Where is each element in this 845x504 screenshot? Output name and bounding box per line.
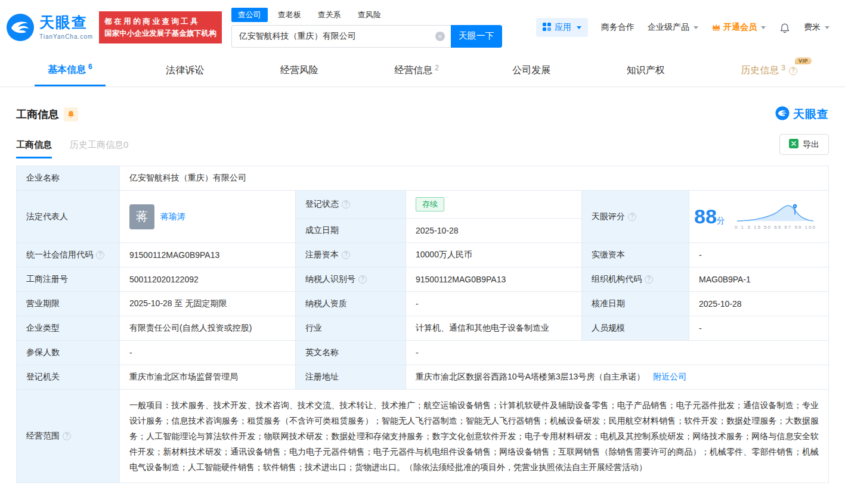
slogan-line-2: 国家中小企业发展子基金旗下机构 [104, 27, 216, 39]
brand-name: 天眼查 [39, 14, 93, 31]
subtab-history-business-info[interactable]: 历史工商信息0 [70, 139, 128, 158]
help-icon[interactable] [342, 251, 350, 259]
subtab-business-info[interactable]: 工商信息 [16, 139, 52, 158]
tab-history-info-label: 历史信息 [741, 64, 779, 77]
reg-capital-value: 10000万人民币 [406, 243, 582, 267]
tab-operation-info-count: 2 [435, 64, 439, 72]
tianyancha-logo[interactable]: 天眼查 TianYanCha.com [6, 13, 93, 42]
chevron-down-icon [825, 26, 829, 29]
site-header: 天眼查 TianYanCha.com 都在用的商业查询工具 国家中小企业发展子基… [0, 0, 845, 55]
search-tab-company[interactable]: 查公司 [231, 8, 268, 22]
search-tab-boss[interactable]: 查老板 [271, 8, 308, 22]
search-button[interactable]: 天眼一下 [451, 25, 502, 48]
reg-status-value: 存续 [406, 191, 582, 219]
export-label: 导出 [803, 139, 819, 150]
org-code-label: 组织机构代码 [582, 267, 689, 292]
registry-value: 重庆市渝北区市场监督管理局 [120, 365, 296, 390]
business-scope-value: 一般项目：技术服务、技术开发、技术咨询、技术交流、技术转让、技术推广；航空运输设… [120, 390, 829, 483]
search-tabs: 查公司 查老板 查关系 查风险 [231, 8, 502, 22]
established-label: 成立日期 [296, 219, 406, 243]
subscribe-bell-icon[interactable] [64, 107, 78, 122]
business-cooperation-label: 商务合作 [601, 22, 634, 33]
reg-status-label: 登记状态 [296, 191, 406, 219]
help-icon[interactable] [628, 213, 636, 221]
help-icon[interactable] [358, 275, 367, 284]
grid-icon [543, 23, 551, 33]
tax-qualification-label: 纳税人资质 [296, 292, 406, 316]
table-row: 企业名称 亿安智航科技（重庆）有限公司 [17, 166, 829, 191]
company-nav-tabs: 基本信息6 法律诉讼 经营风险 经营信息2 公司发展 知识产权 VIP 历史信息… [0, 55, 845, 87]
notification-bell-icon[interactable] [779, 21, 791, 33]
tyc-score-value: 88分 [694, 205, 725, 228]
uscc-value: 91500112MAG0B9PA13 [120, 243, 296, 267]
legal-rep-avatar[interactable]: 蒋 [129, 204, 154, 229]
user-name: 费米 [804, 22, 821, 33]
score-distribution-chart[interactable]: 0 1 3 15 50 65 97 99 100 [728, 203, 824, 230]
tab-operation-info-label: 经营信息 [394, 64, 432, 77]
excel-icon [789, 139, 798, 150]
tyc-score-label: 天眼评分 [582, 191, 689, 243]
chevron-down-icon [577, 26, 581, 29]
nearby-companies-link[interactable]: 附近公司 [653, 372, 686, 381]
open-vip-label: 开通会员 [723, 22, 757, 33]
user-menu[interactable]: 费米 [804, 22, 829, 33]
tab-basic-info-count: 6 [88, 63, 92, 71]
business-cooperation-link[interactable]: 商务合作 [601, 22, 634, 33]
english-name-value: - [406, 341, 829, 365]
status-badge: 存续 [416, 197, 444, 211]
tab-basic-info-label: 基本信息 [48, 64, 86, 76]
tab-intellectual-property-label: 知识产权 [627, 64, 665, 77]
export-button[interactable]: 导出 [779, 134, 829, 155]
tab-history-info-count: 3 [781, 64, 785, 72]
help-icon[interactable] [645, 275, 653, 284]
uscc-label: 统一社会信用代码 [17, 243, 120, 267]
clear-icon[interactable] [435, 32, 445, 41]
table-row: 登记机关 重庆市渝北区市场监督管理局 注册地址 重庆市渝北区数据谷西路10号A塔… [17, 365, 829, 390]
business-info-card: 工商信息 天眼查 工商信息 历史工商信息0 导出 企业名称 亿 [0, 106, 845, 483]
org-code-value: MAG0B9PA-1 [689, 267, 829, 292]
crown-icon [711, 23, 721, 33]
staff-size-label: 人员规模 [582, 316, 689, 341]
approval-date-label: 核准日期 [582, 292, 689, 316]
card-brand-logo[interactable]: 天眼查 [775, 106, 829, 122]
tab-operation-info[interactable]: 经营信息2 [381, 55, 452, 86]
english-name-label: 英文名称 [296, 341, 406, 365]
table-row: 经营范围 一般项目：技术服务、技术开发、技术咨询、技术交流、技术转让、技术推广；… [17, 390, 829, 483]
address-value: 重庆市渝北区数据谷西路10号A塔楼第3层13号房（自主承诺）附近公司 [406, 365, 829, 390]
help-icon[interactable] [342, 200, 350, 209]
help-icon[interactable] [96, 251, 104, 259]
card-brand-name: 天眼查 [793, 107, 829, 122]
company-name-label: 企业名称 [17, 166, 120, 191]
reg-no-value: 500112020122092 [120, 267, 296, 292]
card-brand-logo-icon [775, 106, 790, 122]
search-tab-risk[interactable]: 查风险 [351, 8, 388, 22]
help-icon[interactable] [63, 432, 71, 440]
registry-label: 登记机关 [17, 365, 120, 390]
tab-operation-risk[interactable]: 经营风险 [267, 55, 334, 86]
business-scope-label: 经营范围 [17, 390, 120, 483]
search-tab-relation[interactable]: 查关系 [311, 8, 348, 22]
established-value: 2025-10-28 [406, 219, 582, 243]
tab-basic-info[interactable]: 基本信息6 [35, 55, 106, 86]
company-type-value: 有限责任公司(自然人投资或控股) [120, 316, 296, 341]
search-input[interactable] [231, 25, 451, 48]
chevron-down-icon [694, 26, 698, 29]
tab-history-info[interactable]: VIP 历史信息3 [728, 55, 810, 86]
apps-label: 应用 [555, 22, 571, 33]
table-row: 统一社会信用代码 91500112MAG0B9PA13 注册资本 10000万人… [17, 243, 829, 267]
table-row: 参保人数 - 英文名称 - [17, 341, 829, 365]
history-info-help-icon[interactable] [789, 67, 797, 75]
company-type-label: 企业类型 [17, 316, 120, 341]
tab-intellectual-property[interactable]: 知识产权 [614, 55, 680, 86]
section-title: 工商信息 [16, 107, 59, 122]
tab-legal-litigation[interactable]: 法律诉讼 [153, 55, 219, 86]
legal-rep-link[interactable]: 蒋瑜涛 [160, 211, 185, 222]
enterprise-products-menu[interactable]: 企业级产品 [648, 22, 698, 33]
apps-menu[interactable]: 应用 [536, 18, 588, 37]
tax-no-value: 91500112MAG0B9PA13 [406, 267, 582, 292]
tax-qualification-value: - [406, 292, 582, 316]
open-vip-link[interactable]: 开通会员 [711, 22, 766, 33]
tab-company-development[interactable]: 公司发展 [499, 55, 566, 86]
term-label: 营业期限 [17, 292, 120, 316]
staff-size-value: - [689, 316, 829, 341]
